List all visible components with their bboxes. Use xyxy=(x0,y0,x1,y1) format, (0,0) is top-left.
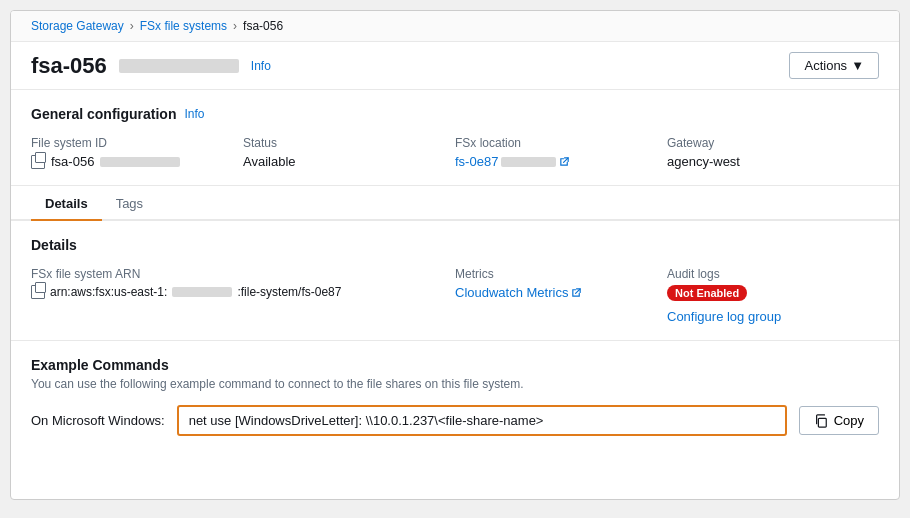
arn-copy-icon[interactable] xyxy=(31,285,45,299)
gateway-label: Gateway xyxy=(667,136,879,150)
details-section: Details FSx file system ARN arn:aws:fsx:… xyxy=(11,221,899,341)
windows-command-text: net use [WindowsDriveLetter]: \\10.0.1.2… xyxy=(189,413,775,428)
audit-label: Audit logs xyxy=(667,267,879,281)
header-info-link[interactable]: Info xyxy=(251,59,271,73)
configure-log-group-link[interactable]: Configure log group xyxy=(667,309,781,324)
copy-icon xyxy=(814,414,828,428)
tabs-bar: Details Tags xyxy=(11,186,899,221)
arn-col: FSx file system ARN arn:aws:fsx:us-east-… xyxy=(31,267,455,324)
page-header: fsa-056 Info Actions ▼ xyxy=(11,42,899,90)
file-system-id-value: fsa-056 xyxy=(31,154,243,169)
metrics-label: Metrics xyxy=(455,267,667,281)
arn-value: arn:aws:fsx:us-east-1: :file-system/fs-0… xyxy=(31,285,455,299)
page-title-area: fsa-056 Info xyxy=(31,53,271,79)
details-title: Details xyxy=(31,237,879,253)
breadcrumb: Storage Gateway › FSx file systems › fsa… xyxy=(11,11,899,42)
svg-line-1 xyxy=(576,289,581,294)
page-title: fsa-056 xyxy=(31,53,107,79)
windows-label: On Microsoft Windows: xyxy=(31,413,165,428)
details-fields: FSx file system ARN arn:aws:fsx:us-east-… xyxy=(31,267,879,324)
breadcrumb-current: fsa-056 xyxy=(243,19,283,33)
cloudwatch-external-icon xyxy=(571,287,582,298)
page-title-masked xyxy=(119,59,239,73)
command-row: On Microsoft Windows: net use [WindowsDr… xyxy=(31,405,879,436)
actions-button[interactable]: Actions ▼ xyxy=(789,52,879,79)
metrics-col: Metrics Cloudwatch Metrics xyxy=(455,267,667,324)
gateway-col: Gateway agency-west xyxy=(667,136,879,169)
windows-command-input[interactable]: net use [WindowsDriveLetter]: \\10.0.1.2… xyxy=(177,405,787,436)
tab-tags[interactable]: Tags xyxy=(102,186,157,221)
example-commands-section: Example Commands You can use the followi… xyxy=(11,341,899,452)
general-config-title: General configuration Info xyxy=(31,106,879,122)
status-col: Status Available xyxy=(243,136,455,169)
general-config-info-link[interactable]: Info xyxy=(184,107,204,121)
arn-masked xyxy=(172,287,232,297)
fsx-location-link[interactable]: fs-0e87 xyxy=(455,154,570,169)
example-commands-desc: You can use the following example comman… xyxy=(31,377,879,391)
fsx-location-label: FSx location xyxy=(455,136,667,150)
arn-label: FSx file system ARN xyxy=(31,267,455,281)
breadcrumb-fsx-file-systems[interactable]: FSx file systems xyxy=(140,19,227,33)
svg-line-0 xyxy=(564,158,569,163)
file-system-id-col: File system ID fsa-056 xyxy=(31,136,243,169)
metrics-value: Cloudwatch Metrics xyxy=(455,285,667,300)
not-enabled-badge: Not Enabled xyxy=(667,285,747,301)
breadcrumb-sep-2: › xyxy=(233,19,237,33)
status-label: Status xyxy=(243,136,455,150)
general-config-fields: File system ID fsa-056 Status Available … xyxy=(31,136,879,169)
breadcrumb-storage-gateway[interactable]: Storage Gateway xyxy=(31,19,124,33)
fsx-location-value: fs-0e87 xyxy=(455,154,667,169)
file-system-id-masked xyxy=(100,157,180,167)
audit-value: Not Enabled Configure log group xyxy=(667,285,879,324)
general-config-section: General configuration Info File system I… xyxy=(11,90,899,186)
cloudwatch-metrics-link[interactable]: Cloudwatch Metrics xyxy=(455,285,582,300)
copy-button[interactable]: Copy xyxy=(799,406,879,435)
status-value: Available xyxy=(243,154,455,169)
gateway-value: agency-west xyxy=(667,154,879,169)
file-system-copy-icon[interactable] xyxy=(31,155,45,169)
audit-col: Audit logs Not Enabled Configure log gro… xyxy=(667,267,879,324)
tab-details[interactable]: Details xyxy=(31,186,102,221)
example-commands-title: Example Commands xyxy=(31,357,879,373)
external-link-icon xyxy=(559,156,570,167)
file-system-id-label: File system ID xyxy=(31,136,243,150)
fsx-location-col: FSx location fs-0e87 xyxy=(455,136,667,169)
svg-rect-2 xyxy=(818,418,826,427)
breadcrumb-sep-1: › xyxy=(130,19,134,33)
fsx-location-masked xyxy=(501,157,556,167)
